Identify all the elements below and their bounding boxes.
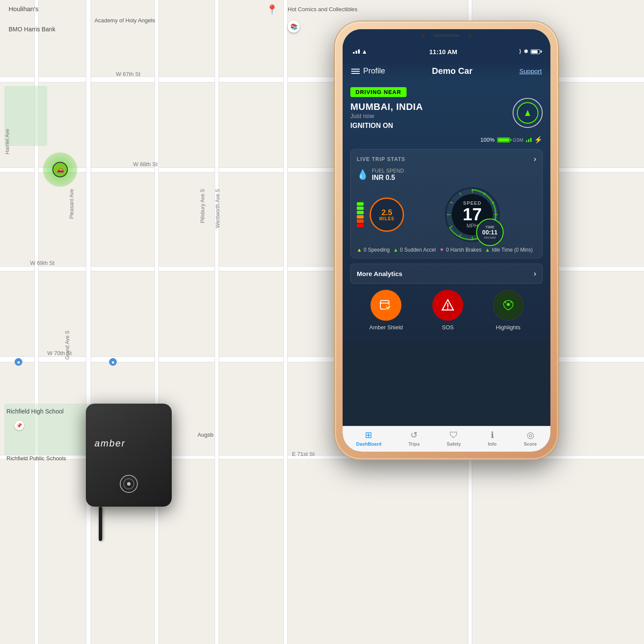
- highlights-circle: [493, 290, 524, 321]
- signal-bars-small: [526, 138, 532, 142]
- map-label-grand: Grand Ave S: [64, 331, 70, 360]
- speed-gauge: SPEED 17 MPH TIME 00:11 HH:MM: [444, 187, 500, 243]
- app-content: DRIVING NEAR MUMBAI, INDIA Just now IGNI…: [343, 81, 550, 341]
- status-left: ▲: [353, 48, 368, 55]
- trip-panel-header: LIVE TRIP STATS ›: [357, 155, 536, 164]
- battery-bar-small: [497, 137, 510, 143]
- road-v-5: [283, 0, 288, 644]
- nav-score-label: Score: [524, 441, 537, 447]
- phone-frame: ▲ 11:10 AM ⟩ ✱: [335, 21, 558, 459]
- map-label-harriet: Harriet Ave: [4, 129, 10, 154]
- fuel-row: 💧 FUEL SPEND INR 0.5: [357, 168, 536, 182]
- amber-shield-circle: [371, 290, 401, 321]
- pin-inner: 🚗: [52, 162, 68, 177]
- app-content-scroll: DRIVING NEAR MUMBAI, INDIA Just now IGNI…: [343, 81, 550, 426]
- alert-accel: ▲ 0 Sudden Accel: [393, 247, 436, 253]
- nav-safety[interactable]: 🛡 Safety: [443, 430, 465, 447]
- alert-brakes-text: 0 Harsh Brakes: [446, 247, 482, 253]
- map-label-augsb: Augsb: [197, 431, 213, 438]
- wifi-icon: ▲: [361, 48, 368, 55]
- battery-fill-small: [498, 138, 509, 142]
- more-analytics-bar[interactable]: More Analytics ›: [350, 264, 543, 284]
- camera-dot-2: [468, 34, 471, 37]
- nav-score[interactable]: ◎ Score: [519, 430, 541, 447]
- signal-bar-2: [355, 51, 357, 54]
- nav-trips[interactable]: ↺ Trips: [404, 430, 424, 447]
- fuel-icon: 💧: [357, 169, 368, 180]
- sig-s3: [530, 138, 532, 142]
- battery-gsm-row: 100% GSM ⚡: [350, 136, 543, 144]
- sig-s2: [528, 139, 529, 142]
- location-row: MUMBAI, INDIA Just now IGNITION ON: [350, 101, 543, 134]
- fuel-gauge-bars: [357, 202, 364, 227]
- time-ago: Just now: [350, 112, 423, 119]
- svg-point-2: [127, 482, 131, 486]
- fuel-info: FUEL SPEND INR 0.5: [372, 168, 404, 182]
- feature-highlights[interactable]: Highlights: [493, 290, 524, 331]
- svg-line-12: [450, 226, 453, 228]
- analytics-chevron: ›: [534, 269, 536, 278]
- gps-device: amber: [86, 404, 197, 537]
- alert-idle-text: Idle Time (0 Mins): [492, 247, 532, 253]
- map-label-e71: E 71st St: [292, 451, 315, 457]
- signal-bar-3: [358, 49, 360, 54]
- camera-dot: [422, 34, 425, 37]
- sos-icon: [440, 298, 455, 313]
- fuel-value: INR 0.5: [372, 174, 404, 182]
- analytics-label: More Analytics: [357, 270, 402, 277]
- device-brand-text: amber: [94, 438, 163, 449]
- map-label-hotcomics: Hot Comics and Collectibles: [288, 6, 358, 12]
- time-badge-value: 00:11: [482, 229, 498, 236]
- driving-badge: DRIVING NEAR: [350, 87, 407, 97]
- alert-icon-accel: ▲: [393, 247, 398, 253]
- support-link[interactable]: Support: [519, 67, 542, 75]
- road-v-2: [86, 0, 91, 644]
- gsm-label: GSM: [513, 137, 523, 143]
- map-label-houlihans: Houlihan's: [9, 5, 39, 12]
- svg-point-22: [507, 303, 510, 306]
- alert-row: ▲ 0 Speeding ▲ 0 Sudden Accel ▼ 0 Harsh …: [357, 247, 536, 253]
- map-label-pillsbury: Pillsbury Ave S: [200, 189, 206, 223]
- features-row: Amber Shield: [350, 290, 543, 331]
- gauge-bar-2: [357, 207, 364, 210]
- hamburger-menu[interactable]: [351, 69, 360, 74]
- trip-panel: LIVE TRIP STATS › 💧 FUEL SPEND INR 0.5: [350, 149, 543, 258]
- nav-dashboard-icon: ⊞: [365, 430, 372, 440]
- map-label-68th: W 68th St: [133, 161, 158, 167]
- map-label-67th: W 67th St: [116, 71, 140, 77]
- nav-trips-label: Trips: [408, 441, 419, 447]
- stats-row: 2.5 MILES: [357, 187, 536, 243]
- nav-safety-label: Safety: [447, 441, 461, 447]
- nav-info[interactable]: ℹ Info: [484, 430, 501, 447]
- alert-speeding-text: 0 Speeding: [364, 247, 390, 253]
- nav-score-icon: ◎: [527, 430, 534, 440]
- map-label-69th: W 69th St: [30, 260, 55, 266]
- sig-s1: [526, 140, 527, 142]
- chevron-right-icon[interactable]: ›: [534, 155, 536, 164]
- device-body: amber: [86, 404, 172, 507]
- map-label-academy: Academy of Holy Angels: [94, 17, 155, 24]
- highlights-label: Highlights: [496, 324, 520, 331]
- distance-circle: 2.5 MILES: [370, 197, 404, 232]
- feature-amber-shield[interactable]: Amber Shield: [369, 290, 403, 331]
- device-cable: [99, 507, 102, 541]
- alert-accel-text: 0 Sudden Accel: [400, 247, 436, 253]
- svg-point-18: [386, 305, 391, 310]
- svg-line-14: [450, 202, 453, 204]
- bluetooth-icon: ✱: [524, 49, 528, 55]
- device-logo: [94, 473, 163, 498]
- alert-speeding: ▲ 0 Speeding: [357, 247, 390, 253]
- highlights-icon: [501, 298, 516, 313]
- map-square-icon-1: ■: [109, 358, 117, 366]
- map-label-richfield-high: Richfield High School: [6, 408, 64, 415]
- status-right: ⟩ ✱: [519, 49, 540, 55]
- gauge-bar-3: [357, 211, 364, 214]
- map-richfield-icon: 📌: [15, 421, 24, 430]
- battery-percentage: 100%: [480, 137, 495, 143]
- feature-sos[interactable]: SOS: [432, 290, 463, 331]
- gauge-bar-5: [357, 219, 364, 223]
- location-text: MUMBAI, INDIA: [350, 101, 423, 112]
- car-name: Demo Car: [432, 66, 472, 76]
- nav-dashboard[interactable]: ⊞ DashBoard: [352, 430, 386, 447]
- distance-value: 2.5: [381, 209, 392, 216]
